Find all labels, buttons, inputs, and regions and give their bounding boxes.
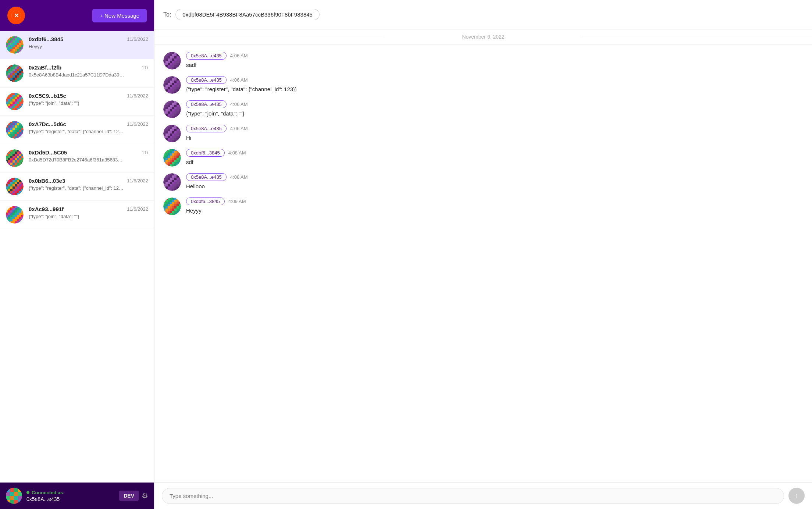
- svg-rect-851: [170, 186, 172, 189]
- svg-rect-574: [168, 85, 170, 87]
- svg-rect-699: [174, 131, 177, 134]
- svg-rect-410: [8, 210, 10, 213]
- conv-address: 0xC5C9...b15c: [29, 93, 66, 99]
- svg-rect-20: [8, 40, 10, 43]
- svg-rect-713: [170, 136, 172, 138]
- connected-dot: [26, 491, 29, 494]
- svg-rect-653: [163, 114, 165, 116]
- svg-rect-908: [170, 209, 172, 211]
- svg-rect-763: [172, 156, 174, 158]
- message-input[interactable]: [162, 488, 784, 504]
- svg-rect-168: [13, 102, 15, 104]
- svg-rect-47: [15, 47, 17, 49]
- svg-rect-841: [165, 184, 168, 186]
- svg-rect-545: [174, 76, 177, 78]
- svg-rect-236: [19, 130, 21, 132]
- svg-rect-55: [15, 49, 17, 51]
- svg-rect-776: [165, 160, 168, 162]
- conversation-item[interactable]: 0xAc93...991f 11/6/2022 {"type": "join",…: [0, 201, 154, 229]
- svg-rect-492: [165, 56, 168, 58]
- svg-rect-185: [15, 106, 17, 108]
- svg-rect-909: [172, 209, 174, 211]
- svg-rect-103: [13, 73, 15, 75]
- svg-rect-282: [13, 154, 15, 156]
- svg-rect-369: [8, 189, 10, 191]
- svg-rect-107: [21, 73, 24, 75]
- svg-rect-36: [8, 45, 10, 47]
- conversation-item[interactable]: 0xdbf6...3845 11/6/2022 Heyyy: [0, 31, 154, 59]
- svg-rect-256: [10, 136, 13, 139]
- svg-rect-311: [6, 163, 8, 165]
- svg-rect-130: [19, 80, 21, 82]
- svg-rect-508: [165, 61, 168, 63]
- svg-rect-50: [21, 47, 24, 49]
- svg-rect-552: [172, 78, 174, 81]
- svg-rect-300: [17, 158, 19, 160]
- svg-rect-758: [179, 153, 181, 156]
- settings-icon[interactable]: ⚙: [142, 491, 148, 500]
- svg-rect-171: [19, 102, 21, 104]
- svg-rect-580: [163, 87, 165, 89]
- svg-rect-672: [168, 125, 170, 127]
- svg-rect-491: [163, 56, 165, 58]
- svg-rect-697: [170, 131, 172, 134]
- svg-rect-22: [13, 40, 15, 43]
- svg-rect-676: [177, 125, 179, 127]
- message-content: 0x5e8A...e435 4:06 AM {"type": "register…: [186, 76, 803, 94]
- svg-rect-280: [8, 154, 10, 156]
- svg-rect-638: [165, 109, 168, 111]
- svg-rect-35: [6, 45, 8, 47]
- svg-rect-297: [10, 158, 13, 160]
- svg-rect-429: [15, 215, 17, 217]
- svg-rect-686: [163, 129, 165, 131]
- svg-rect-377: [8, 191, 10, 193]
- svg-rect-11: [6, 38, 8, 40]
- svg-rect-157: [6, 99, 8, 102]
- svg-rect-29: [10, 43, 13, 45]
- svg-rect-902: [174, 206, 177, 209]
- svg-rect-524: [165, 65, 168, 67]
- svg-rect-291: [15, 156, 17, 158]
- svg-rect-268: [17, 149, 19, 152]
- svg-rect-595: [179, 89, 181, 92]
- conversation-item[interactable]: 0x0bB6...03e3 11/6/2022 {"type": "regist…: [0, 172, 154, 201]
- svg-rect-3: [6, 36, 8, 38]
- svg-rect-680: [168, 127, 170, 129]
- svg-rect-370: [10, 189, 13, 191]
- svg-rect-422: [17, 213, 19, 215]
- svg-rect-140: [21, 93, 24, 95]
- svg-rect-195: [19, 108, 21, 110]
- svg-rect-436: [13, 217, 15, 219]
- svg-rect-343: [21, 180, 24, 182]
- svg-rect-31: [15, 43, 17, 45]
- svg-rect-701: [179, 131, 181, 134]
- svg-rect-642: [174, 109, 177, 111]
- svg-rect-748: [174, 151, 177, 153]
- message-avatar: [163, 125, 181, 142]
- message-content: 0x5e8A...e435 4:06 AM Hi: [186, 125, 803, 142]
- conversation-item[interactable]: 0xA7Dc...5d6c 11/6/2022 {"type": "regist…: [0, 116, 154, 144]
- svg-rect-483: [163, 54, 165, 56]
- new-message-button[interactable]: + New Message: [92, 9, 147, 22]
- svg-rect-237: [21, 130, 24, 132]
- dev-button[interactable]: DEV: [119, 491, 139, 501]
- conversation-item[interactable]: 0x2aBf...f2fb 11/ 0x5e8A63b8B4daed1c21a5…: [0, 59, 154, 88]
- svg-rect-443: [10, 219, 13, 221]
- conversation-item[interactable]: 0xDd5D...5C05 11/ 0xDd5D72d70B8FB2e2746a…: [0, 144, 154, 172]
- message-sender-badge: 0x5e8A...e435: [186, 100, 227, 108]
- svg-rect-383: [21, 191, 24, 193]
- svg-rect-741: [177, 149, 179, 151]
- svg-rect-658: [174, 114, 177, 116]
- svg-rect-147: [19, 95, 21, 97]
- svg-rect-881: [163, 202, 165, 204]
- send-button[interactable]: ↑: [788, 488, 805, 504]
- svg-rect-456: [21, 221, 24, 224]
- svg-rect-318: [21, 163, 24, 165]
- svg-rect-175: [10, 104, 13, 106]
- svg-rect-324: [17, 165, 19, 167]
- conversation-item[interactable]: 0xC5C9...b15c 11/6/2022 {"type": "join",…: [0, 88, 154, 116]
- svg-rect-803: [170, 173, 172, 175]
- svg-rect-207: [8, 123, 10, 125]
- svg-rect-740: [174, 149, 177, 151]
- svg-rect-582: [168, 87, 170, 89]
